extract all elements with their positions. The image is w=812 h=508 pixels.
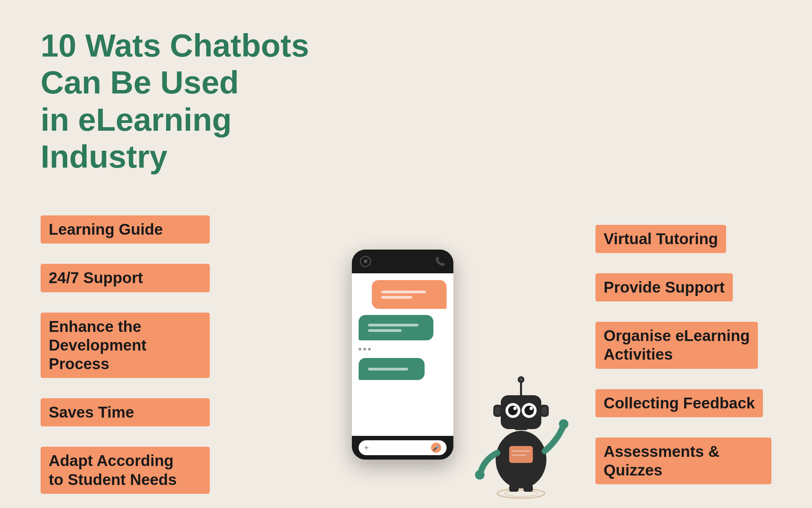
title-section: 10 Wats Chatbots Can Be Used in eLearnin… [41, 27, 771, 175]
svg-point-12 [513, 407, 517, 410]
svg-point-22 [519, 378, 523, 381]
main-container: 10 Wats Chatbots Can Be Used in eLearnin… [0, 0, 812, 508]
svg-rect-3 [509, 446, 533, 463]
label-assessments-quizzes: Assessments & Quizzes [595, 438, 771, 484]
chat-bubble-incoming-1 [359, 315, 433, 340]
title-line2: in eLearning Industry [41, 102, 232, 174]
dot-1 [359, 348, 361, 351]
label-collecting-feedback: Collecting Feedback [595, 389, 763, 417]
chat-line [368, 368, 408, 371]
label-provide-support: Provide Support [595, 273, 733, 301]
svg-rect-24 [523, 485, 533, 492]
typing-indicator [359, 346, 447, 352]
chat-bubble-outgoing [372, 280, 447, 309]
label-enhance-dev: Enhance the Development Process [41, 313, 210, 378]
phone-mockup: ✕ 📞 [352, 250, 453, 460]
title-line1: 10 Wats Chatbots Can Be Used [41, 27, 309, 100]
chat-line [381, 291, 426, 293]
robot-illustration [474, 358, 568, 500]
dot-2 [363, 348, 366, 351]
svg-point-15 [529, 407, 533, 410]
svg-point-14 [524, 406, 534, 415]
right-labels: Virtual Tutoring Provide Support Organis… [595, 225, 771, 484]
main-title: 10 Wats Chatbots Can Be Used in eLearnin… [41, 27, 345, 175]
svg-point-6 [475, 470, 484, 480]
label-learning-guide: Learning Guide [41, 215, 210, 244]
svg-point-7 [559, 419, 568, 429]
phone-call-icon: 📞 [435, 257, 445, 266]
chat-line [381, 296, 412, 299]
plus-icon: + [364, 443, 369, 452]
dot-3 [368, 348, 371, 351]
chat-bubble-incoming-2 [359, 358, 425, 380]
center-section: ✕ 📞 [210, 202, 595, 507]
mic-icon: 🎤 [431, 443, 441, 453]
chat-line [368, 329, 402, 332]
robot-svg [474, 358, 568, 500]
svg-point-11 [508, 406, 518, 415]
phone-input-bar[interactable]: + 🎤 [359, 440, 447, 455]
svg-rect-19 [542, 406, 547, 415]
phone-footer: + 🎤 [352, 436, 453, 460]
phone-screen [352, 273, 453, 436]
label-virtual-tutoring: Virtual Tutoring [595, 225, 726, 253]
label-organise-elearning: Organise eLearning Activities [595, 322, 758, 368]
svg-rect-23 [509, 485, 519, 492]
svg-rect-17 [495, 406, 500, 415]
label-247-support: 24/7 Support [41, 264, 210, 292]
close-icon: ✕ [360, 256, 371, 267]
label-adapt-student: Adapt According to Student Needs [41, 447, 210, 493]
left-labels: Learning Guide 24/7 Support Enhance the … [41, 215, 210, 494]
phone-header: ✕ 📞 [352, 250, 453, 273]
content-area: Learning Guide 24/7 Support Enhance the … [41, 202, 771, 507]
chat-line [368, 324, 419, 326]
label-saves-time: Saves Time [41, 398, 210, 426]
svg-point-1 [505, 490, 537, 496]
